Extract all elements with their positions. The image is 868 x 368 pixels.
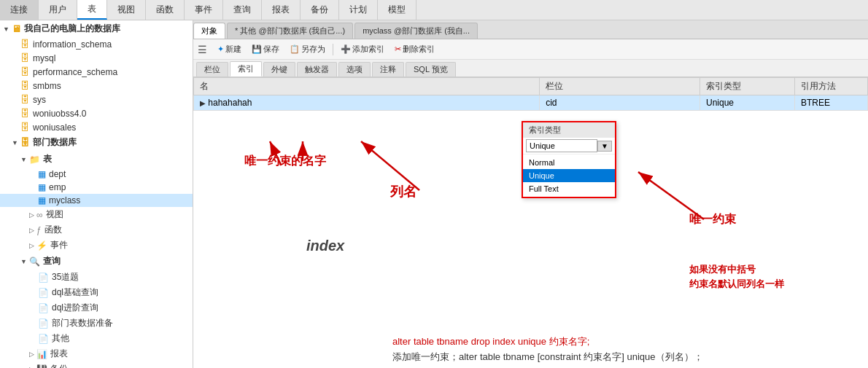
db-icon: 🗄 <box>20 39 30 50</box>
query-name: 其他 <box>52 332 69 345</box>
add-index-button[interactable]: ➕ 添加索引 <box>338 43 387 55</box>
sidebar-item-reports[interactable]: ▷ 📊 报表 <box>0 346 193 361</box>
col-field-header: 栏位 <box>540 78 700 95</box>
new-button[interactable]: ✦ 新建 <box>214 43 244 55</box>
sidebar-item-mysql[interactable]: 🗄 mysql <box>0 51 193 65</box>
sidebar-item-emp[interactable]: ▦ emp <box>0 181 193 194</box>
svg-line-1 <box>270 141 281 165</box>
query-icon: 📄 <box>38 273 49 283</box>
query-icon: 🔍 <box>29 257 40 267</box>
sidebar-item-query4[interactable]: 📄 部门表数据准备 <box>0 316 193 331</box>
toolbar-user[interactable]: 用户 <box>39 0 77 20</box>
sidebar-item-info-schema[interactable]: 🗄 information_schema <box>0 37 193 51</box>
func-icon: ƒ <box>36 225 42 235</box>
sub-tab-fields[interactable]: 栏位 <box>196 62 228 77</box>
sub-tab-trigger[interactable]: 触发器 <box>297 62 337 77</box>
sidebar-item-myclass[interactable]: ▦ myclass <box>0 194 193 207</box>
toolbar-backup[interactable]: 备份 <box>301 0 339 20</box>
expand-icon: ▷ <box>29 351 34 358</box>
dropdown-header: 索引类型 <box>523 122 615 138</box>
toolbar-event[interactable]: 事件 <box>185 0 223 20</box>
query-icon: 📄 <box>38 318 49 329</box>
sidebar-item-query1[interactable]: 📄 35道题 <box>0 270 193 285</box>
sidebar-item-backup[interactable]: ▷ 💾 备份 <box>0 361 193 368</box>
tables-label: 表 <box>43 153 52 165</box>
sub-tab-index[interactable]: 索引 <box>230 61 262 77</box>
unique-name-annotation: 唯一约束的名字 <box>244 154 326 169</box>
query-name: dql基础查询 <box>52 286 98 299</box>
sidebar-item-events[interactable]: ▷ ⚡ 事件 <box>0 238 193 253</box>
report-icon: 📊 <box>36 349 47 359</box>
save-button[interactable]: 💾 保存 <box>249 43 282 55</box>
table-icon: ▦ <box>38 169 46 179</box>
unique-constraint-annotation: 唯一约束 <box>689 212 736 227</box>
bumen-db-header[interactable]: ▼ 🗄 部门数据库 <box>0 134 193 151</box>
sidebar-item-functions[interactable]: ▷ ƒ 函数 <box>0 222 193 238</box>
toolbar-view[interactable]: 视图 <box>107 0 146 20</box>
sidebar-item-query2[interactable]: 📄 dql基础查询 <box>0 285 193 300</box>
tables-header[interactable]: ▼ 📁 表 <box>0 151 193 168</box>
db-icon: 🖥 <box>12 23 21 34</box>
dropdown-option-normal[interactable]: Normal <box>523 156 615 169</box>
db-icon: 🗄 <box>20 94 30 105</box>
db-icon: 🗄 <box>20 80 30 91</box>
sub-tab-foreign[interactable]: 外键 <box>263 62 295 77</box>
add-sql-line: 添加唯一约束；alter table tbname [constraint 约束… <box>392 350 862 365</box>
row-type: Unique <box>700 95 795 111</box>
backup-label: 备份 <box>50 363 68 368</box>
hamburger-icon[interactable]: ☰ <box>198 44 207 55</box>
sidebar-item-woniusales[interactable]: 🗄 woniusales <box>0 120 193 134</box>
toolbar-plan[interactable]: 计划 <box>339 0 378 20</box>
new-icon: ✦ <box>217 44 224 54</box>
sidebar-item-query5[interactable]: 📄 其他 <box>0 331 193 346</box>
toolbar-report[interactable]: 报表 <box>262 0 301 20</box>
queries-header[interactable]: ▼ 🔍 查询 <box>0 253 193 270</box>
bottom-annotations: alter table tbname drop index unique 约束名… <box>387 332 868 368</box>
table-row[interactable]: ▶ hahahahah cid Unique BTREE <box>194 95 868 111</box>
sub-tab-options[interactable]: 选项 <box>338 62 371 77</box>
event-icon: ⚡ <box>36 240 47 251</box>
toolbar-model[interactable]: 模型 <box>378 0 416 20</box>
row-method: BTREE <box>795 95 868 111</box>
save-as-button[interactable]: 📋 另存为 <box>287 43 328 55</box>
backup-icon: 💾 <box>36 364 47 369</box>
db-icon: 🗄 <box>20 122 30 133</box>
sub-tab-comment[interactable]: 注释 <box>372 62 404 77</box>
sidebar-item-perf-schema[interactable]: 🗄 performance_schema <box>0 65 193 79</box>
sidebar-item-smbms[interactable]: 🗄 smbms <box>0 79 193 93</box>
tab-myclass[interactable]: myclass @部门数据库 (我自... <box>354 23 478 39</box>
content-area: 名 栏位 索引类型 引用方法 ▶ hahahahah cid Unique <box>193 77 868 368</box>
toolbar-query[interactable]: 查询 <box>223 0 262 20</box>
action-toolbar: ☰ ✦ 新建 💾 保存 📋 另存为 ➕ 添加索引 ✂ 删除索引 <box>193 39 868 60</box>
sidebar-item-woniuboss[interactable]: 🗄 woniuobss4.0 <box>0 106 193 120</box>
table-name: myclass <box>49 195 80 205</box>
delete-index-button[interactable]: ✂ 删除索引 <box>392 43 438 55</box>
index-table: 名 栏位 索引类型 引用方法 ▶ hahahahah cid Unique <box>193 77 868 111</box>
expand-icon: ▼ <box>20 156 27 163</box>
dropdown-arrow-button[interactable]: ▼ <box>597 141 612 152</box>
sidebar-item-dept[interactable]: ▦ dept <box>0 168 193 181</box>
tab-object[interactable]: 对象 <box>193 23 225 39</box>
sub-tab-bar: 栏位 索引 外键 触发器 选项 注释 SQL 预览 <box>193 60 868 77</box>
table-name: dept <box>49 169 66 179</box>
save-icon: 💾 <box>252 44 262 54</box>
sidebar-item-sys[interactable]: 🗄 sys <box>0 93 193 106</box>
db-name: woniuobss4.0 <box>33 109 86 119</box>
dropdown-selected-value[interactable]: Unique <box>526 139 597 152</box>
dropdown-option-unique[interactable]: Unique <box>523 169 615 182</box>
query-name: 35道题 <box>52 271 79 283</box>
dropdown-option-fulltext[interactable]: Full Text <box>523 182 615 195</box>
tab-other[interactable]: * 其他 @部门数据库 (我自己...) <box>227 23 353 39</box>
add-index-icon: ➕ <box>341 44 351 54</box>
toolbar-connect[interactable]: 连接 <box>0 0 39 20</box>
sub-tab-sql[interactable]: SQL 预览 <box>406 62 456 77</box>
toolbar-function[interactable]: 函数 <box>146 0 185 20</box>
toolbar-table[interactable]: 表 <box>77 0 107 20</box>
my-computer-db-header[interactable]: ▼ 🖥 我自己的电脑上的数据库 <box>0 20 193 37</box>
sidebar-item-query3[interactable]: 📄 dql进阶查询 <box>0 300 193 316</box>
row-field: cid <box>540 95 700 111</box>
row-indicator: ▶ <box>200 99 206 107</box>
col-method-header: 引用方法 <box>795 78 868 95</box>
sidebar-item-views[interactable]: ▷ ∞ 视图 <box>0 207 193 222</box>
bumen-db-label: 部门数据库 <box>33 136 77 149</box>
